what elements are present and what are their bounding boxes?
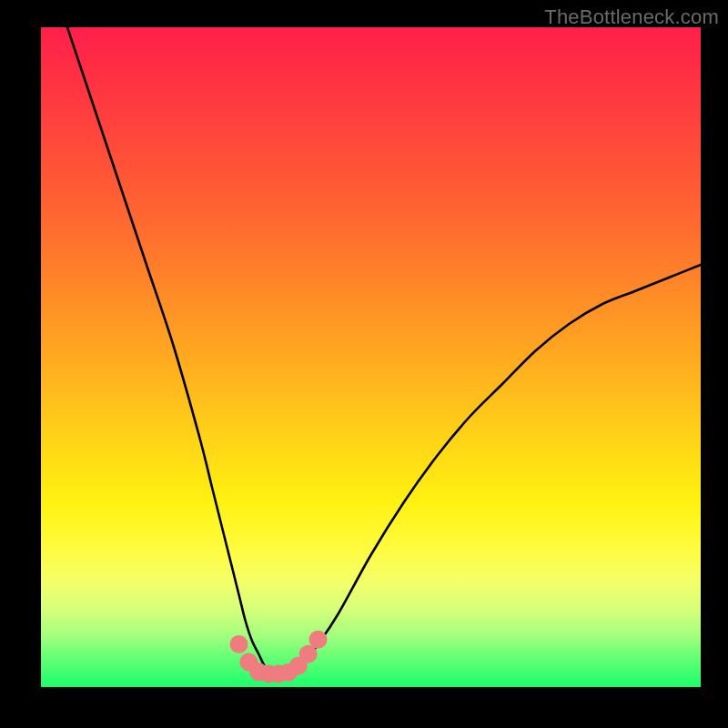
bottleneck-curve [67,27,701,674]
plot-area [41,27,701,687]
curve-group [67,27,701,674]
marker-dot [309,631,328,649]
optimal-range-markers [230,631,328,683]
chart-svg [41,27,701,687]
watermark-text: TheBottleneck.com [544,5,719,29]
chart-frame: TheBottleneck.com [0,0,728,728]
marker-dot [230,635,248,653]
